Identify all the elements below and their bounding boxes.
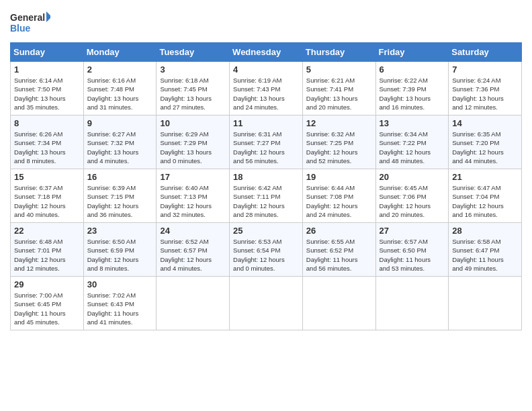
calendar-week-row: 1Sunrise: 6:14 AM Sunset: 7:50 PM Daylig… xyxy=(11,62,522,116)
day-number: 15 xyxy=(14,172,80,182)
col-header-monday: Monday xyxy=(83,43,157,62)
calendar-cell: 13Sunrise: 6:34 AM Sunset: 7:22 PM Dayli… xyxy=(375,116,449,169)
day-info: Sunrise: 6:40 AM Sunset: 7:13 PM Dayligh… xyxy=(160,183,226,219)
col-header-friday: Friday xyxy=(375,43,449,62)
col-header-sunday: Sunday xyxy=(11,43,84,62)
calendar-cell: 15Sunrise: 6:37 AM Sunset: 7:18 PM Dayli… xyxy=(11,169,84,223)
calendar-cell: 18Sunrise: 6:42 AM Sunset: 7:11 PM Dayli… xyxy=(230,169,303,223)
day-info: Sunrise: 6:42 AM Sunset: 7:11 PM Dayligh… xyxy=(233,183,299,219)
calendar-table: SundayMondayTuesdayWednesdayThursdayFrid… xyxy=(10,42,522,330)
day-number: 28 xyxy=(452,226,518,236)
calendar-cell: 28Sunrise: 6:58 AM Sunset: 6:47 PM Dayli… xyxy=(449,223,522,277)
day-number: 21 xyxy=(452,172,518,182)
day-info: Sunrise: 7:02 AM Sunset: 6:43 PM Dayligh… xyxy=(87,291,153,326)
day-number: 19 xyxy=(306,172,372,182)
calendar-cell: 24Sunrise: 6:52 AM Sunset: 6:57 PM Dayli… xyxy=(157,223,230,277)
svg-marker-2 xyxy=(46,11,50,22)
calendar-cell: 21Sunrise: 6:47 AM Sunset: 7:04 PM Dayli… xyxy=(449,169,522,223)
calendar-header-row: SundayMondayTuesdayWednesdayThursdayFrid… xyxy=(11,43,522,62)
day-number: 27 xyxy=(380,226,445,236)
day-info: Sunrise: 6:34 AM Sunset: 7:22 PM Dayligh… xyxy=(380,130,445,165)
calendar-cell: 7Sunrise: 6:24 AM Sunset: 7:36 PM Daylig… xyxy=(449,62,522,116)
day-info: Sunrise: 6:53 AM Sunset: 6:54 PM Dayligh… xyxy=(233,237,299,273)
calendar-cell: 26Sunrise: 6:55 AM Sunset: 6:52 PM Dayli… xyxy=(302,223,375,277)
day-number: 13 xyxy=(380,118,445,128)
day-number: 2 xyxy=(87,64,153,75)
day-number: 6 xyxy=(380,64,445,75)
day-info: Sunrise: 6:55 AM Sunset: 6:52 PM Dayligh… xyxy=(306,237,372,273)
day-info: Sunrise: 6:48 AM Sunset: 7:01 PM Dayligh… xyxy=(14,237,80,273)
day-number: 29 xyxy=(14,279,80,289)
calendar-cell: 10Sunrise: 6:29 AM Sunset: 7:29 PM Dayli… xyxy=(157,116,230,169)
day-number: 10 xyxy=(160,118,226,128)
col-header-thursday: Thursday xyxy=(302,43,375,62)
calendar-cell: 23Sunrise: 6:50 AM Sunset: 6:59 PM Dayli… xyxy=(83,223,157,277)
calendar-cell: 20Sunrise: 6:45 AM Sunset: 7:06 PM Dayli… xyxy=(375,169,449,223)
calendar-cell: 29Sunrise: 7:00 AM Sunset: 6:45 PM Dayli… xyxy=(11,277,84,330)
day-number: 18 xyxy=(233,172,299,182)
day-info: Sunrise: 6:39 AM Sunset: 7:15 PM Dayligh… xyxy=(87,183,153,219)
day-info: Sunrise: 6:29 AM Sunset: 7:29 PM Dayligh… xyxy=(160,130,226,165)
calendar-week-row: 15Sunrise: 6:37 AM Sunset: 7:18 PM Dayli… xyxy=(11,169,522,223)
day-number: 24 xyxy=(160,226,226,236)
day-number: 26 xyxy=(306,226,372,236)
calendar-cell xyxy=(449,277,522,330)
day-number: 5 xyxy=(306,64,372,75)
calendar-cell: 14Sunrise: 6:35 AM Sunset: 7:20 PM Dayli… xyxy=(449,116,522,169)
day-info: Sunrise: 6:14 AM Sunset: 7:50 PM Dayligh… xyxy=(14,76,80,111)
day-info: Sunrise: 6:50 AM Sunset: 6:59 PM Dayligh… xyxy=(87,237,153,273)
day-number: 12 xyxy=(306,118,372,128)
day-info: Sunrise: 6:44 AM Sunset: 7:08 PM Dayligh… xyxy=(306,183,372,219)
calendar-week-row: 8Sunrise: 6:26 AM Sunset: 7:34 PM Daylig… xyxy=(11,116,522,169)
calendar-cell: 27Sunrise: 6:57 AM Sunset: 6:50 PM Dayli… xyxy=(375,223,449,277)
calendar-cell: 4Sunrise: 6:19 AM Sunset: 7:43 PM Daylig… xyxy=(230,62,303,116)
calendar-cell: 8Sunrise: 6:26 AM Sunset: 7:34 PM Daylig… xyxy=(11,116,84,169)
day-info: Sunrise: 7:00 AM Sunset: 6:45 PM Dayligh… xyxy=(14,291,80,326)
calendar-cell: 1Sunrise: 6:14 AM Sunset: 7:50 PM Daylig… xyxy=(11,62,84,116)
day-info: Sunrise: 6:24 AM Sunset: 7:36 PM Dayligh… xyxy=(452,76,518,111)
day-info: Sunrise: 6:32 AM Sunset: 7:25 PM Dayligh… xyxy=(306,130,372,165)
day-info: Sunrise: 6:31 AM Sunset: 7:27 PM Dayligh… xyxy=(233,130,299,165)
day-info: Sunrise: 6:35 AM Sunset: 7:20 PM Dayligh… xyxy=(452,130,518,165)
day-info: Sunrise: 6:47 AM Sunset: 7:04 PM Dayligh… xyxy=(452,183,518,219)
col-header-saturday: Saturday xyxy=(449,43,522,62)
calendar-cell: 5Sunrise: 6:21 AM Sunset: 7:41 PM Daylig… xyxy=(302,62,375,116)
day-number: 25 xyxy=(233,226,299,236)
calendar-cell: 22Sunrise: 6:48 AM Sunset: 7:01 PM Dayli… xyxy=(11,223,84,277)
day-info: Sunrise: 6:58 AM Sunset: 6:47 PM Dayligh… xyxy=(452,237,518,273)
day-info: Sunrise: 6:16 AM Sunset: 7:48 PM Dayligh… xyxy=(87,76,153,111)
page-header: General Blue xyxy=(10,10,522,36)
day-number: 22 xyxy=(14,226,80,236)
day-number: 14 xyxy=(452,118,518,128)
day-info: Sunrise: 6:21 AM Sunset: 7:41 PM Dayligh… xyxy=(306,76,372,111)
calendar-cell: 2Sunrise: 6:16 AM Sunset: 7:48 PM Daylig… xyxy=(83,62,157,116)
col-header-tuesday: Tuesday xyxy=(157,43,230,62)
day-info: Sunrise: 6:19 AM Sunset: 7:43 PM Dayligh… xyxy=(233,76,299,111)
day-info: Sunrise: 6:26 AM Sunset: 7:34 PM Dayligh… xyxy=(14,130,80,165)
day-number: 30 xyxy=(87,279,153,289)
day-number: 8 xyxy=(14,118,80,128)
calendar-week-row: 29Sunrise: 7:00 AM Sunset: 6:45 PM Dayli… xyxy=(11,277,522,330)
day-info: Sunrise: 6:22 AM Sunset: 7:39 PM Dayligh… xyxy=(380,76,445,111)
calendar-cell: 17Sunrise: 6:40 AM Sunset: 7:13 PM Dayli… xyxy=(157,169,230,223)
day-info: Sunrise: 6:27 AM Sunset: 7:32 PM Dayligh… xyxy=(87,130,153,165)
svg-text:Blue: Blue xyxy=(10,23,31,34)
calendar-cell: 6Sunrise: 6:22 AM Sunset: 7:39 PM Daylig… xyxy=(375,62,449,116)
day-info: Sunrise: 6:45 AM Sunset: 7:06 PM Dayligh… xyxy=(380,183,445,219)
calendar-cell: 19Sunrise: 6:44 AM Sunset: 7:08 PM Dayli… xyxy=(302,169,375,223)
day-number: 16 xyxy=(87,172,153,182)
day-info: Sunrise: 6:18 AM Sunset: 7:45 PM Dayligh… xyxy=(160,76,226,111)
calendar-cell: 25Sunrise: 6:53 AM Sunset: 6:54 PM Dayli… xyxy=(230,223,303,277)
day-number: 3 xyxy=(160,64,226,75)
day-info: Sunrise: 6:57 AM Sunset: 6:50 PM Dayligh… xyxy=(380,237,445,273)
col-header-wednesday: Wednesday xyxy=(230,43,303,62)
logo: General Blue xyxy=(10,10,50,36)
day-info: Sunrise: 6:37 AM Sunset: 7:18 PM Dayligh… xyxy=(14,183,80,219)
calendar-cell: 16Sunrise: 6:39 AM Sunset: 7:15 PM Dayli… xyxy=(83,169,157,223)
day-info: Sunrise: 6:52 AM Sunset: 6:57 PM Dayligh… xyxy=(160,237,226,273)
svg-text:General: General xyxy=(10,12,45,23)
calendar-cell: 9Sunrise: 6:27 AM Sunset: 7:32 PM Daylig… xyxy=(83,116,157,169)
calendar-cell: 30Sunrise: 7:02 AM Sunset: 6:43 PM Dayli… xyxy=(83,277,157,330)
calendar-cell xyxy=(375,277,449,330)
day-number: 1 xyxy=(14,64,80,75)
